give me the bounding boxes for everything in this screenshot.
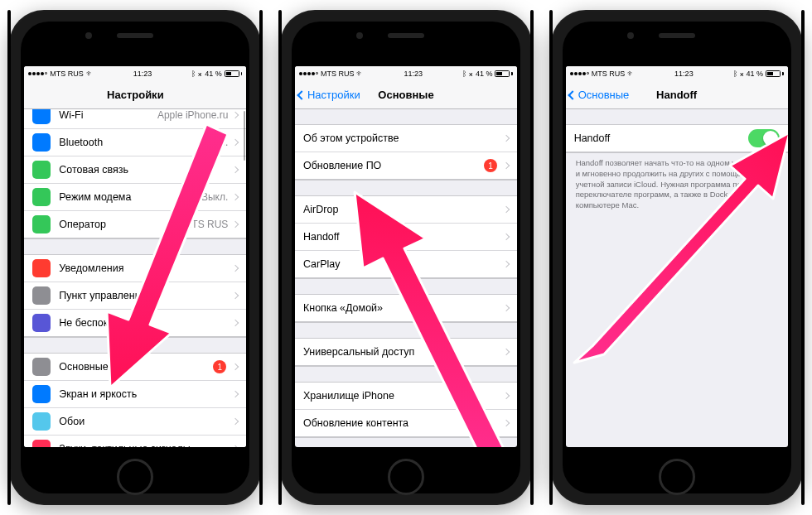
row-label: Экран и яркость <box>59 388 233 400</box>
settings-row[interactable]: Режим модемаВыкл. <box>24 184 246 211</box>
page-title: Основные <box>378 89 433 101</box>
chevron-right-icon <box>503 349 510 355</box>
chevron-right-icon <box>232 363 239 370</box>
nav-bar: Основные Handoff <box>566 81 788 109</box>
status-bar: MTS RUSᯤ 11:23 ᛒ⁎41 % <box>566 66 788 81</box>
settings-row[interactable]: Кнопка «Домой» <box>295 295 517 322</box>
row-label: Bluetooth <box>59 137 208 148</box>
settings-row[interactable]: Сотовая связь <box>24 156 246 184</box>
screen-settings: MTS RUSᯤ 11:23 ᛒ⁎41 % Настройки Wi-FiApp… <box>24 66 246 447</box>
row-icon <box>32 385 51 403</box>
settings-row[interactable]: CarPlay <box>295 251 517 278</box>
handoff-toggle-row[interactable]: Handoff <box>566 125 788 152</box>
screen-general: MTS RUSᯤ 11:23 ᛒ⁎41 % Настройки Основные… <box>295 66 517 447</box>
settings-row[interactable]: BluetoothВкл. <box>24 129 246 156</box>
badge: 1 <box>213 360 226 373</box>
row-label: Кнопка «Домой» <box>303 302 504 314</box>
badge: 1 <box>484 159 497 172</box>
chevron-right-icon <box>503 392 510 399</box>
settings-row[interactable]: Handoff <box>295 224 517 251</box>
row-label: Wi-Fi <box>59 109 157 121</box>
phone-frame: MTS RUSᯤ 11:23 ᛒ⁎41 % Основные Handoff H… <box>551 10 803 505</box>
handoff-toggle[interactable] <box>748 129 780 147</box>
row-value: Выкл. <box>201 191 228 203</box>
row-label: Не беспокоить <box>59 317 233 329</box>
back-button[interactable]: Основные <box>569 89 630 101</box>
row-value: Вкл. <box>209 137 229 148</box>
chevron-right-icon <box>503 135 510 142</box>
row-icon <box>32 161 51 179</box>
row-value: MTS RUS <box>183 219 228 230</box>
row-label: Обои <box>59 416 233 427</box>
settings-row[interactable]: Обои <box>24 408 246 436</box>
chevron-right-icon <box>232 221 239 228</box>
chevron-left-icon <box>568 90 577 99</box>
settings-row[interactable]: Обновление контента <box>295 410 517 437</box>
settings-row[interactable]: Пункт управления <box>24 282 246 310</box>
chevron-right-icon <box>232 320 239 326</box>
row-label: Обновление контента <box>303 417 504 429</box>
chevron-right-icon <box>503 305 510 311</box>
handoff-description: Handoff позволяет начать что-то на одном… <box>566 153 788 216</box>
settings-row[interactable]: Об этом устройстве <box>295 125 517 152</box>
settings-row[interactable]: Основные1 <box>24 354 246 381</box>
row-label: Handoff <box>303 231 504 243</box>
bluetooth-icon: ᛒ <box>462 70 466 78</box>
settings-row[interactable]: Звуки, тактильные сигналы <box>24 436 246 447</box>
row-icon <box>32 215 51 233</box>
row-label: Обновление ПО <box>303 160 484 171</box>
chevron-right-icon <box>503 162 510 169</box>
settings-row[interactable]: Универсальный доступ <box>295 339 517 366</box>
chevron-right-icon <box>232 112 239 118</box>
row-icon <box>32 358 51 376</box>
row-label: Универсальный доступ <box>303 346 504 358</box>
row-label: Об этом устройстве <box>303 132 504 144</box>
handoff-label: Handoff <box>574 132 748 144</box>
scrollbar[interactable] <box>244 111 246 161</box>
row-label: Уведомления <box>59 262 233 274</box>
row-value: Apple iPhone.ru <box>157 109 228 121</box>
back-button[interactable]: Настройки <box>298 89 360 101</box>
settings-row[interactable]: Экран и яркость <box>24 381 246 408</box>
row-icon <box>32 259 51 277</box>
screen-handoff: MTS RUSᯤ 11:23 ᛒ⁎41 % Основные Handoff H… <box>566 66 788 447</box>
chevron-right-icon <box>232 418 239 425</box>
chevron-right-icon <box>503 261 510 267</box>
row-label: Звуки, тактильные сигналы <box>59 443 233 447</box>
status-bar: MTS RUSᯤ 11:23 ᛒ⁎41 % <box>24 66 246 81</box>
settings-row[interactable]: Уведомления <box>24 255 246 282</box>
row-label: Оператор <box>59 219 183 230</box>
chevron-right-icon <box>232 265 239 272</box>
settings-row[interactable]: Хранилище iPhone <box>295 383 517 410</box>
chevron-right-icon <box>232 139 239 146</box>
row-icon <box>32 412 51 431</box>
settings-row[interactable]: ОператорMTS RUS <box>24 211 246 238</box>
settings-row[interactable]: Обновление ПО1 <box>295 152 517 180</box>
row-label: Основные <box>59 361 213 373</box>
row-label: Пункт управления <box>59 290 233 301</box>
chevron-right-icon <box>232 391 239 397</box>
nav-bar: Настройки <box>24 81 246 109</box>
row-label: AirDrop <box>303 204 504 215</box>
row-label: Режим модема <box>59 191 201 203</box>
row-icon <box>32 133 51 152</box>
chevron-right-icon <box>232 194 239 200</box>
page-title: Handoff <box>656 89 697 101</box>
page-title: Настройки <box>107 89 164 101</box>
phone-frame: MTS RUSᯤ 11:23 ᛒ⁎41 % Настройки Основные… <box>280 10 532 505</box>
chevron-right-icon <box>232 445 239 447</box>
chevron-right-icon <box>503 420 510 426</box>
settings-row[interactable]: Не беспокоить <box>24 310 246 337</box>
status-bar: MTS RUSᯤ 11:23 ᛒ⁎41 % <box>295 66 517 81</box>
settings-row[interactable]: Wi-FiApple iPhone.ru <box>24 109 246 129</box>
chevron-right-icon <box>503 233 510 240</box>
row-icon <box>32 314 51 332</box>
row-label: Сотовая связь <box>59 164 228 176</box>
row-icon <box>32 440 51 447</box>
chevron-right-icon <box>503 206 510 213</box>
row-icon <box>32 188 51 206</box>
bluetooth-icon: ᛒ <box>733 70 737 78</box>
settings-row[interactable]: AirDrop <box>295 196 517 224</box>
nav-bar: Настройки Основные <box>295 81 517 109</box>
row-icon <box>32 286 51 305</box>
